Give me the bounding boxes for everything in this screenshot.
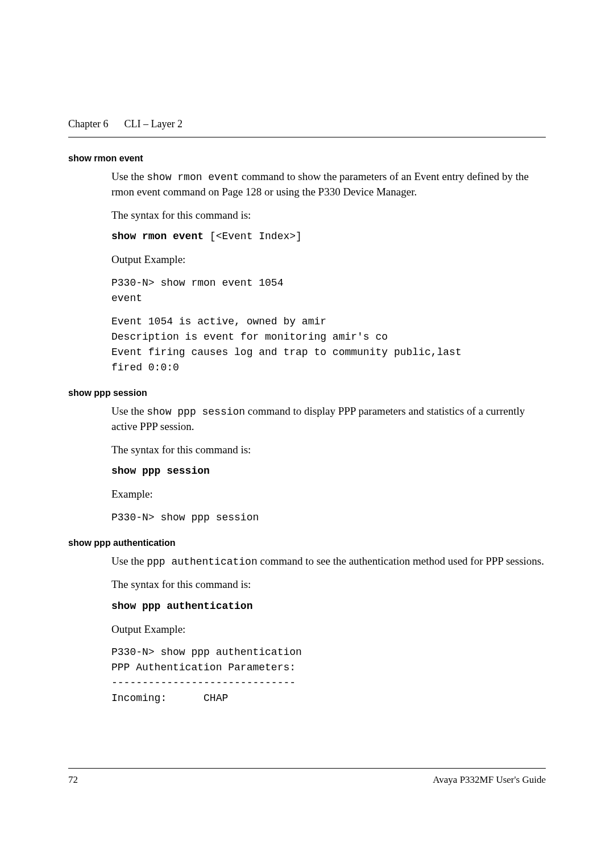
rmon-description: Use the show rmon event command to show … [111,169,546,200]
ppp-auth-syntax-intro: The syntax for this command is: [111,577,546,592]
page-footer: 72 Avaya P332MF User's Guide [68,768,546,786]
ppp-session-description: Use the show ppp session command to disp… [111,404,546,435]
ppp-auth-output-block: P330-N> show ppp authentication PPP Auth… [111,645,546,706]
section-heading-rmon: show rmon event [68,153,546,164]
guide-name: Avaya P332MF User's Guide [433,774,546,786]
ppp-session-syntax-intro: The syntax for this command is: [111,443,546,458]
ppp-auth-output-label: Output Example: [111,622,546,637]
ppp-session-example-block: P330-N> show ppp session [111,510,546,525]
rmon-syntax-intro: The syntax for this command is: [111,208,546,223]
rmon-desc-prefix: Use the [111,170,147,182]
rmon-syntax-bold: show rmon event [111,231,204,242]
rmon-output-label: Output Example: [111,252,546,268]
chapter-number: Chapter 6 [68,118,108,130]
ppp-auth-desc-prefix: Use the [111,555,147,567]
page-body: Chapter 6CLI – Layer 2 show rmon event U… [0,0,614,706]
rmon-desc-cmd: show rmon event [147,172,239,183]
ppp-auth-syntax-line: show ppp authentication [111,600,546,612]
ppp-auth-syntax-bold: show ppp authentication [111,600,252,612]
rmon-output-block1: P330-N> show rmon event 1054 event [111,276,546,306]
ppp-auth-desc-suffix: command to see the authentication method… [258,555,544,567]
ppp-session-desc-prefix: Use the [111,405,147,417]
chapter-header: Chapter 6CLI – Layer 2 [68,118,546,130]
ppp-session-syntax-line: show ppp session [111,465,546,477]
rmon-syntax-line: show rmon event [<Event Index>] [111,231,546,242]
ppp-auth-description: Use the ppp authentication command to se… [111,554,546,569]
ppp-auth-desc-cmd: ppp authentication [147,556,257,567]
ppp-session-syntax-bold: show ppp session [111,465,210,477]
footer-rule [68,768,546,769]
section-heading-ppp-session: show ppp session [68,388,546,398]
rmon-output-block2: Event 1054 is active, owned by amir Desc… [111,314,546,375]
header-rule [68,137,546,137]
chapter-title: CLI – Layer 2 [124,118,182,130]
ppp-session-example-label: Example: [111,487,546,502]
ppp-session-desc-cmd: show ppp session [147,406,245,418]
rmon-syntax-rest: [<Event Index>] [204,231,302,242]
section-heading-ppp-auth: show ppp authentication [68,538,546,548]
footer-row: 72 Avaya P332MF User's Guide [68,774,546,786]
page-number: 72 [68,774,78,786]
